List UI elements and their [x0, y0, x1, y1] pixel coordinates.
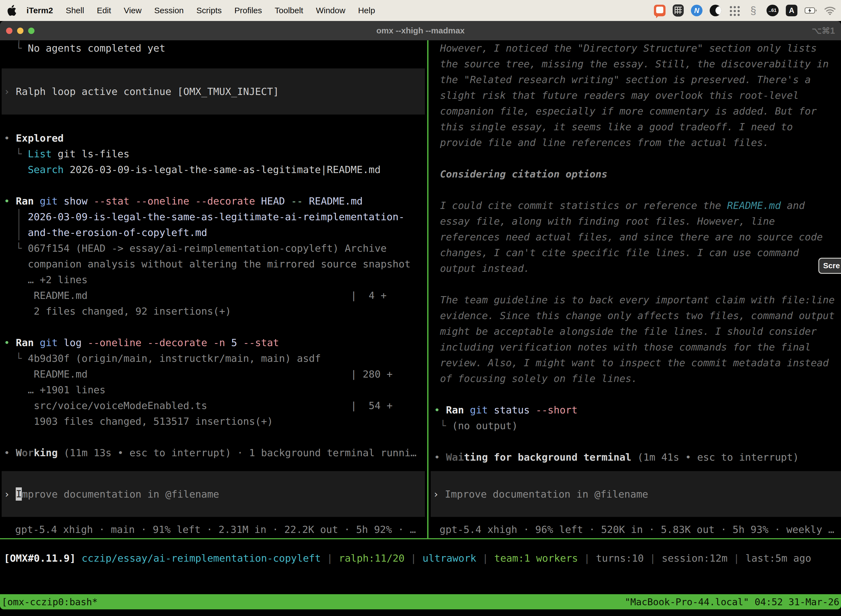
command-input-left[interactable]: › Improve documentation in @filename: [1, 471, 425, 517]
left-pane: └ No agents completed yet › Ralph loop a…: [0, 40, 427, 538]
terminal-line: [428, 276, 841, 292]
terminal-line: this single essay, it seems like a good …: [428, 119, 841, 135]
terminal-line: Search 2026-03-09-is-legal-the-same-as-l…: [0, 162, 427, 177]
menu-items: iTerm2ShellEditViewSessionScriptsProfile…: [26, 6, 375, 15]
ralph-loop-box: › Ralph loop active continue [OMX_TMUX_I…: [1, 69, 425, 114]
apple-icon[interactable]: [5, 5, 18, 16]
tree-connector: [19, 209, 19, 241]
zoom-button[interactable]: [28, 28, 35, 34]
terminal-line: └ No agents completed yet: [0, 40, 427, 56]
input-placeholder: mprove documentation in @filename: [22, 488, 219, 500]
close-button[interactable]: [6, 28, 12, 34]
terminal-line: [428, 434, 841, 449]
terminal-line: output instead.: [428, 261, 841, 276]
terminal-line: [428, 386, 841, 402]
terminal-line: I could cite commit statistics or refere…: [428, 198, 841, 213]
dots-grid-icon[interactable]: [728, 5, 740, 16]
terminal-line: … +1901 lines: [0, 382, 427, 398]
menu-item-edit[interactable]: Edit: [97, 6, 111, 15]
input-placeholder: Improve documentation in @filename: [445, 488, 648, 500]
prompt-chevron-icon: ›: [433, 488, 445, 500]
terminal-panes: └ No agents completed yet › Ralph loop a…: [0, 40, 841, 538]
menu-item-iterm2[interactable]: iTerm2: [26, 6, 53, 15]
terminal-line: • Ran git show --stat --oneline --decora…: [0, 193, 427, 209]
terminal-line: companion file, especially if more comme…: [428, 103, 841, 119]
menu-item-toolbelt[interactable]: Toolbelt: [275, 6, 303, 15]
battery-icon[interactable]: [804, 4, 817, 16]
window-shortcut: ⌥⌘1: [812, 26, 835, 36]
terminal-line: README.md | 280 +: [0, 366, 427, 382]
terminal-line: references need actual files, and since …: [428, 229, 841, 245]
terminal-line: companion analysis without altering the …: [0, 256, 427, 272]
right-pane: However, I noticed the "Directory Struct…: [428, 40, 841, 538]
terminal-line: └ (no output): [428, 418, 841, 434]
shield-icon[interactable]: [673, 4, 684, 16]
squiggle-icon[interactable]: §: [747, 4, 759, 16]
terminal-line: • Ran git log --oneline --decorate -n 5 …: [0, 335, 427, 351]
prompt-chevron-icon: ›: [4, 86, 16, 97]
ralph-loop-text: Ralph loop active continue [OMX_TMUX_INJ…: [16, 86, 279, 97]
menu-item-window[interactable]: Window: [316, 6, 346, 15]
tree-connector: [19, 40, 19, 44]
terminal-line: • Explored: [0, 130, 427, 146]
session-status-right: gpt-5.4 xhigh · 96% left · 520K in · 5.8…: [428, 522, 841, 537]
bolt-hex-icon[interactable]: N: [691, 5, 702, 16]
menu-item-view[interactable]: View: [124, 6, 142, 15]
menu-item-help[interactable]: Help: [358, 6, 375, 15]
prompt-chevron-icon: ›: [4, 488, 16, 500]
terminal-line: … +2 lines: [0, 272, 427, 287]
terminal-line: including verification notes with those …: [428, 339, 841, 355]
terminal-line: [428, 150, 841, 166]
terminal-line: [0, 114, 427, 130]
terminal-line: review. Also, I might want to inspect th…: [428, 355, 841, 371]
terminal-line: [0, 319, 427, 335]
command-input-right[interactable]: › Improve documentation in @filename: [431, 471, 841, 517]
title-bar: omx --xhigh --madmax ⌥⌘1: [0, 21, 841, 40]
crescent-icon[interactable]: [710, 5, 721, 16]
chat-icon[interactable]: [654, 5, 665, 16]
menu-item-session[interactable]: Session: [154, 6, 184, 15]
terminal-line: • Ran git status --short: [428, 402, 841, 418]
terminal-line: 1903 files changed, 513517 insertions(+): [0, 414, 427, 429]
terminal-line: └ 4b9d30f (origin/main, instructkr/main,…: [0, 351, 427, 366]
session-status-left: gpt-5.4 xhigh · main · 91% left · 2.31M …: [0, 522, 427, 537]
terminal-line: • Working (11m 13s • esc to interrupt) ·…: [0, 445, 427, 461]
input-source-icon[interactable]: A: [786, 5, 797, 16]
terminal-line: └ List git ls-files: [0, 146, 427, 162]
terminal-line: of focusing solely on file lines.: [428, 371, 841, 386]
terminal-line: and-the-erosion-of-copyleft.md: [0, 224, 427, 241]
terminal-line: Considering citation options: [428, 166, 841, 182]
terminal-line: [428, 182, 841, 198]
omx-status-line: [OMX#0.11.9] cczip/essay/ai-reimplementa…: [0, 550, 841, 566]
iterm-window: omx --xhigh --madmax ⌥⌘1 └ No agents com…: [0, 21, 841, 609]
window-title: omx --xhigh --madmax: [377, 26, 464, 35]
terminal-line: evidence. Since this change only affects…: [428, 308, 841, 323]
menu-item-shell[interactable]: Shell: [66, 6, 84, 15]
terminal-line: [0, 429, 427, 445]
menu-item-scripts[interactable]: Scripts: [196, 6, 222, 15]
terminal-line: However, I noticed the "Directory Struct…: [428, 40, 841, 56]
terminal-line: └ 067f154 (HEAD -> essay/ai-reimplementa…: [0, 241, 427, 256]
menu-status-icons: N§..61A: [654, 4, 836, 16]
terminal-line: slight risk that future readers may over…: [428, 88, 841, 103]
terminal-line: the source tree, missing the essay. Stil…: [428, 56, 841, 72]
minimize-button[interactable]: [17, 28, 23, 34]
terminal-line: 2 files changed, 92 insertions(+): [0, 303, 427, 319]
terminal-line: src/voice/voiceModeEnabled.ts | 54 +: [0, 398, 427, 414]
terminal-line: essay file, along with finding root file…: [428, 213, 841, 229]
badge-61-icon[interactable]: ..61: [766, 5, 779, 16]
right-pane-log: However, I noticed the "Directory Struct…: [428, 40, 841, 465]
omx-status-zone: [OMX#0.11.9] cczip/essay/ai-reimplementa…: [0, 539, 841, 594]
menu-bar: iTerm2ShellEditViewSessionScriptsProfile…: [0, 0, 841, 21]
tmux-status-bar: [omx-cczip0:bash* "MacBook-Pro-44.local"…: [0, 594, 841, 609]
tmux-host-time: "MacBook-Pro-44.local" 04:52 31-Mar-26: [625, 596, 840, 607]
terminal-line: The team guideline is to back every impo…: [428, 292, 841, 308]
left-pane-log: • Explored └ List git ls-files Search 20…: [0, 114, 427, 461]
tmux-session-label: [omx-cczip0:bash*: [1, 596, 98, 607]
menu-item-profiles[interactable]: Profiles: [234, 6, 262, 15]
terminal-line: provide file and line references from th…: [428, 135, 841, 150]
screen-share-badge[interactable]: Scre: [818, 258, 841, 274]
text-cursor: I: [16, 487, 22, 501]
terminal-line: • Waiting for background terminal (1m 41…: [428, 449, 841, 465]
wifi-icon[interactable]: [824, 4, 836, 16]
